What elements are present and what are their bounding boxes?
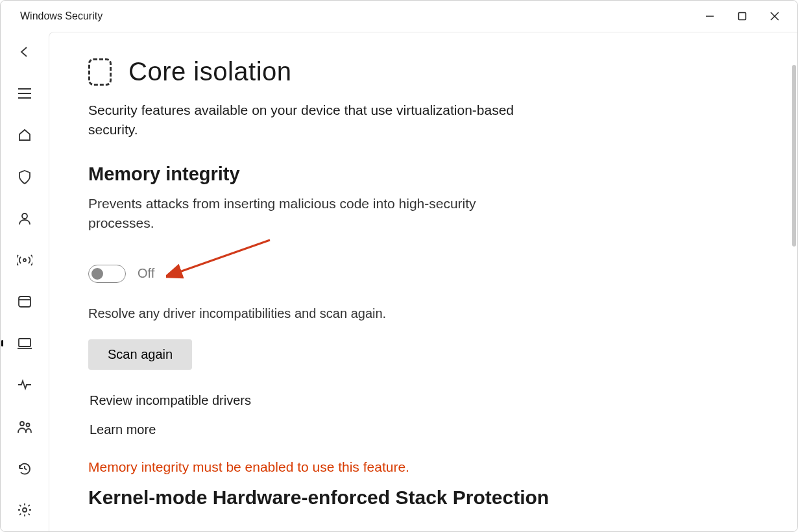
svg-rect-9 <box>19 296 30 307</box>
scan-again-button[interactable]: Scan again <box>88 339 192 370</box>
hamburger-menu-icon[interactable] <box>9 85 40 102</box>
svg-point-15 <box>23 508 27 512</box>
minimize-button[interactable] <box>695 6 725 27</box>
main-content: Core isolation Security features availab… <box>49 32 797 531</box>
review-drivers-link[interactable]: Review incompatible drivers <box>88 393 758 408</box>
memory-integrity-title: Memory integrity <box>88 163 758 185</box>
settings-icon[interactable] <box>9 502 40 518</box>
page-subtitle: Security features available on your devi… <box>88 101 542 140</box>
kernel-stack-title: Kernel-mode Hardware-enforced Stack Prot… <box>88 487 758 509</box>
svg-point-14 <box>27 423 30 426</box>
network-icon[interactable] <box>9 252 40 269</box>
shield-icon[interactable] <box>9 169 40 186</box>
close-button[interactable] <box>760 6 790 27</box>
svg-rect-1 <box>739 13 746 20</box>
page-title: Core isolation <box>128 57 292 86</box>
memory-integrity-description: Prevents attacks from inserting maliciou… <box>88 194 510 234</box>
warning-text: Memory integrity must be enabled to use … <box>88 459 758 475</box>
core-isolation-icon <box>88 58 112 86</box>
svg-rect-11 <box>19 339 30 346</box>
back-button[interactable] <box>9 43 40 60</box>
home-icon[interactable] <box>9 127 40 143</box>
svg-point-13 <box>20 422 24 426</box>
performance-icon[interactable] <box>9 376 40 393</box>
svg-point-7 <box>22 213 27 219</box>
history-icon[interactable] <box>9 460 40 477</box>
maximize-button[interactable] <box>727 6 757 27</box>
sidebar <box>1 32 49 531</box>
window-title: Windows Security <box>20 10 103 22</box>
learn-more-link[interactable]: Learn more <box>88 422 758 437</box>
memory-integrity-toggle[interactable] <box>88 265 126 283</box>
scrollbar[interactable] <box>792 65 796 247</box>
device-security-icon[interactable] <box>9 335 40 352</box>
svg-point-8 <box>23 259 26 261</box>
toggle-state-label: Off <box>138 266 154 281</box>
titlebar: Windows Security <box>1 1 797 32</box>
account-icon[interactable] <box>9 210 40 227</box>
resolve-text: Resolve any driver incompatibilities and… <box>88 306 758 321</box>
app-browser-icon[interactable] <box>9 293 40 310</box>
family-icon[interactable] <box>9 418 40 435</box>
